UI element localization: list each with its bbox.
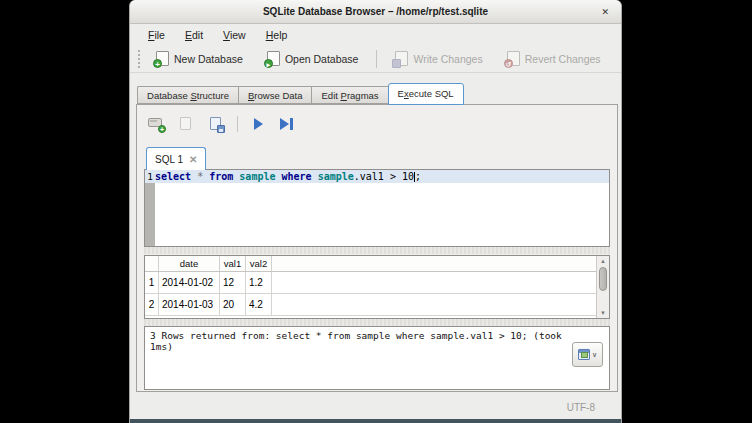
status-bar: UTF-8 (130, 394, 621, 418)
menu-edit[interactable]: Edit (177, 27, 211, 43)
results-header-cell[interactable]: val2 (246, 256, 272, 271)
results-table[interactable]: dateval1val2 12014-01-02121.222014-01-03… (144, 255, 610, 319)
table-row[interactable]: 12014-01-02121.2 (145, 272, 609, 294)
open-database-button[interactable]: ▸ Open Database (259, 48, 367, 69)
main-toolbar: + New Database ▸ Open Database Write Cha… (130, 45, 621, 73)
execute-line-icon[interactable] (280, 115, 298, 133)
sql-tab-label: SQL 1 (155, 154, 183, 165)
editor-gutter (145, 183, 155, 246)
open-database-icon: ▸ (267, 51, 280, 66)
sql-document-tab[interactable]: SQL 1 ✕ (146, 147, 206, 170)
close-icon[interactable]: ✕ (601, 7, 609, 17)
table-cell[interactable]: 4.2 (246, 294, 272, 315)
sql-current-line[interactable]: 1 select * from sample where sample.val1… (145, 170, 609, 183)
row-number-cell[interactable]: 1 (145, 272, 159, 293)
chevron-down-icon: ∨ (592, 351, 597, 359)
table-row[interactable]: 22014-01-03204.2 (145, 294, 609, 316)
tab-execute-sql[interactable]: Execute SQL (388, 83, 464, 105)
open-database-label: Open Database (285, 53, 359, 65)
write-changes-label: Write Changes (413, 53, 482, 65)
sql-editor[interactable]: 1 select * from sample where sample.val1… (144, 169, 610, 247)
write-changes-button: Write Changes (387, 48, 490, 69)
results-header-cell[interactable]: date (159, 256, 220, 271)
results-table-body[interactable]: 12014-01-02121.222014-01-03204.2 (145, 272, 609, 316)
new-database-icon: + (156, 51, 169, 66)
table-cell[interactable]: 1.2 (246, 272, 272, 293)
write-changes-icon (395, 51, 408, 66)
window-bottom-edge (130, 419, 621, 423)
query-status-message: 3 Rows returned from: select * from samp… (150, 330, 570, 352)
toolbar-separator (376, 50, 377, 68)
editor-results-splitter[interactable] (144, 247, 610, 254)
scrollbar-thumb[interactable] (599, 267, 607, 291)
results-header[interactable]: dateval1val2 (145, 256, 609, 272)
line-number: 1 (145, 171, 155, 182)
revert-changes-label: Revert Changes (525, 53, 601, 65)
toolbar-grip[interactable] (138, 50, 142, 68)
app-window: SQLite Database Browser – /home/rp/test.… (129, 0, 622, 423)
encoding-label: UTF-8 (567, 402, 595, 413)
execute-sql-icon[interactable] (250, 115, 268, 133)
results-header-cell[interactable]: val1 (220, 256, 246, 271)
export-results-button[interactable]: ∨ (572, 342, 603, 367)
save-sql-file-icon[interactable] (207, 115, 225, 133)
window-title: SQLite Database Browser – /home/rp/test.… (130, 6, 621, 17)
scroll-up-icon[interactable]: ▲ (597, 256, 609, 266)
query-status-box: 3 Rows returned from: select * from samp… (144, 326, 610, 390)
menu-view[interactable]: View (215, 27, 254, 43)
main-tab-bar: Database Structure Browse Data Edit Prag… (137, 83, 464, 105)
export-table-icon (578, 349, 590, 360)
results-status-splitter[interactable] (144, 319, 610, 326)
new-database-label: New Database (174, 53, 243, 65)
revert-changes-icon: ↺ (507, 51, 520, 66)
menu-file[interactable]: File (140, 27, 173, 43)
scroll-down-icon[interactable]: ▼ (597, 308, 609, 318)
sql-tab-close-icon[interactable]: ✕ (189, 154, 197, 165)
row-number-cell[interactable]: 2 (145, 294, 159, 315)
table-cell[interactable]: 2014-01-03 (159, 294, 220, 315)
revert-changes-button: ↺ Revert Changes (499, 48, 609, 69)
new-database-button[interactable]: + New Database (148, 48, 251, 69)
tab-database-structure[interactable]: Database Structure (137, 86, 238, 104)
results-header-cell[interactable] (145, 256, 159, 271)
table-cell[interactable]: 12 (220, 272, 246, 293)
title-bar[interactable]: SQLite Database Browser – /home/rp/test.… (130, 0, 621, 24)
open-sql-file-icon (177, 115, 195, 133)
menu-bar: File Edit View Help (130, 25, 621, 45)
execute-sql-panel: + SQL 1 ✕ 1 select * from sample where s… (136, 104, 618, 392)
sql-toolbar: + (147, 113, 298, 135)
table-cell[interactable]: 20 (220, 294, 246, 315)
tab-browse-data[interactable]: Browse Data (238, 86, 311, 104)
table-cell[interactable]: 2014-01-02 (159, 272, 220, 293)
sql-toolbar-separator (237, 116, 238, 132)
sql-line-tokens: select * from sample where sample.val1 >… (155, 171, 421, 182)
tab-edit-pragmas[interactable]: Edit Pragmas (311, 86, 387, 104)
new-sql-tab-icon[interactable]: + (147, 115, 165, 133)
menu-help[interactable]: Help (258, 27, 296, 43)
results-scrollbar[interactable]: ▲ ▼ (596, 256, 609, 318)
